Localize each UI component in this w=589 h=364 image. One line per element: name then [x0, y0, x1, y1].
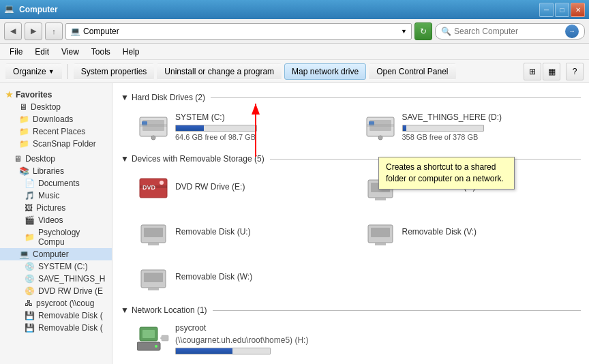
drive-d-free: 358 GB free of 378 GB — [402, 133, 579, 141]
sidebar-item-documents[interactable]: 📄 Documents — [0, 177, 112, 189]
drive-c-name: SYSTEM (C:) — [175, 112, 352, 122]
sidebar-item-computer[interactable]: 💻 Computer — [0, 248, 112, 260]
favorites-label: Favorites — [16, 90, 52, 100]
drive-d-name: SAVE_THINGS_HERE (D:) — [402, 112, 579, 122]
content-area: ★ Favorites 🖥 Desktop 📁 Downloads 📁 Rece… — [0, 83, 589, 364]
drive-d-item[interactable]: SAVE_THINGS_HERE (D:) 358 GB free of 378… — [361, 108, 582, 146]
sidebar: ★ Favorites 🖥 Desktop 📁 Downloads 📁 Rece… — [0, 83, 112, 364]
drive-c-free: 64.6 GB free of 98.7 GB — [175, 133, 352, 141]
sidebar-item-systemc[interactable]: 💿 SYSTEM (C:) — [0, 260, 112, 273]
network-expand-icon[interactable]: ▼ — [121, 305, 129, 315]
uninstall-button[interactable]: Uninstall or change a program — [157, 63, 282, 80]
svg-point-7 — [378, 136, 382, 140]
menu-file[interactable]: File — [4, 46, 28, 58]
removable-v-item[interactable]: Removable Disk (V:) — [361, 214, 582, 252]
psychcomp-label: Psychology Compu — [38, 228, 106, 247]
refresh-button[interactable]: ↻ — [414, 22, 432, 40]
harddisks-label: Hard Disk Drives (2) — [132, 93, 205, 102]
network-psycroot-bar — [176, 348, 232, 354]
svg-rect-25 — [148, 288, 159, 290]
recentplaces-label: Recent Places — [33, 127, 85, 136]
sidebar-desktop-section: 🖥 Desktop 📚 Libraries 📄 Documents 🎵 Musi… — [0, 153, 112, 334]
minimize-button[interactable]: ─ — [539, 3, 554, 17]
search-icon: 🔍 — [441, 27, 451, 36]
svg-rect-27 — [142, 330, 155, 338]
downloads-label: Downloads — [33, 115, 73, 124]
view-mode-button[interactable]: ▦ — [543, 63, 560, 80]
psycroot-label: psycroot (\\coug — [36, 299, 94, 308]
removable-w-item[interactable]: Removable Disk (W:) — [134, 259, 354, 297]
toolbar-separator-1 — [67, 64, 68, 79]
sidebar-item-psycroot[interactable]: 🖧 psycroot (\\coug — [0, 297, 112, 309]
sidebar-favorites-section: ★ Favorites 🖥 Desktop 📁 Downloads 📁 Rece… — [0, 89, 112, 150]
sidebar-item-dvdrom[interactable]: 📀 DVD RW Drive (E — [0, 285, 112, 297]
maximize-button[interactable]: □ — [555, 3, 569, 17]
pictures-label: Pictures — [36, 203, 65, 213]
forward-button[interactable]: ▶ — [25, 22, 42, 40]
sysprops-button[interactable]: System properties — [74, 63, 155, 80]
removable-dvd-item[interactable]: DVD DVD RW Drive (E:) — [134, 169, 354, 207]
window-controls: ─ □ ✕ — [539, 3, 585, 17]
svg-rect-9 — [367, 124, 394, 127]
drives-grid: SYSTEM (C:) 64.6 GB free of 98.7 GB — [134, 108, 581, 146]
view-change-button[interactable]: ⊞ — [524, 63, 541, 80]
controlpanel-button[interactable]: Open Control Panel — [369, 63, 455, 80]
network-psycroot-item[interactable]: psycroot (\\cougarnet.uh.edu\root\home5)… — [134, 320, 581, 359]
harddisks-expand-icon[interactable]: ▼ — [121, 93, 129, 102]
address-breadcrumb[interactable]: 💻 Computer ▼ — [65, 23, 412, 40]
menu-help[interactable]: Help — [117, 46, 145, 58]
sidebar-item-removable2[interactable]: 💾 Removable Disk ( — [0, 322, 112, 334]
sidebar-item-recentplaces[interactable]: 📁 Recent Places — [0, 125, 112, 138]
svg-point-2 — [151, 136, 155, 140]
network-psycroot-bar-container — [175, 348, 271, 354]
music-icon: 🎵 — [25, 191, 35, 200]
libraries-label: Libraries — [33, 166, 64, 176]
drive-c-item[interactable]: SYSTEM (C:) 64.6 GB free of 98.7 GB — [134, 108, 354, 146]
removable2-icon: 💾 — [25, 323, 35, 333]
scansnap-label: ScanSnap Folder — [33, 139, 96, 149]
sidebar-item-desktop2[interactable]: 🖥 Desktop — [0, 153, 112, 165]
back-button[interactable]: ◀ — [4, 22, 22, 40]
menu-bar: File Edit View Tools Help — [0, 44, 589, 60]
menu-edit[interactable]: Edit — [29, 46, 55, 58]
dvdrom-label: DVD RW Drive (E — [38, 286, 103, 296]
removable-u-item[interactable]: Removable Disk (U:) — [134, 214, 354, 252]
search-input[interactable] — [454, 27, 562, 36]
sidebar-item-music[interactable]: 🎵 Music — [0, 189, 112, 202]
sidebar-item-psychcomp[interactable]: 📁 Psychology Compu — [0, 226, 112, 248]
organize-button[interactable]: Organize ▼ — [5, 63, 62, 80]
removable-expand-icon[interactable]: ▼ — [121, 154, 129, 164]
removable-w-info: Removable Disk (W:) — [175, 272, 352, 284]
network-drive-icon — [137, 323, 170, 356]
computer-label: Computer — [33, 249, 69, 259]
svg-rect-18 — [144, 228, 163, 237]
sidebar-item-savethings[interactable]: 💿 SAVE_THINGS_H — [0, 273, 112, 285]
sidebar-item-removable1[interactable]: 💾 Removable Disk ( — [0, 309, 112, 322]
dvd-icon: DVD — [137, 172, 170, 204]
breadcrumb-dropdown[interactable]: ▼ — [401, 28, 407, 35]
sidebar-item-pictures[interactable]: 🖼 Pictures — [0, 202, 112, 214]
menu-view[interactable]: View — [56, 46, 85, 58]
mapnet-button[interactable]: Map network drive — [284, 63, 366, 80]
desktop-label: Desktop — [31, 102, 61, 112]
search-submit-button[interactable]: → — [565, 25, 579, 38]
menu-tools[interactable]: Tools — [86, 46, 116, 58]
svg-rect-16 — [375, 198, 386, 200]
sidebar-item-desktop[interactable]: 🖥 Desktop — [0, 101, 112, 113]
sidebar-item-downloads[interactable]: 📁 Downloads — [0, 113, 112, 125]
sidebar-item-libraries[interactable]: 📚 Libraries — [0, 165, 112, 177]
up-button[interactable]: ↑ — [45, 22, 63, 40]
breadcrumb-icon: 💻 — [70, 27, 80, 36]
desktop-icon: 🖥 — [19, 102, 27, 112]
removable-v-icon — [364, 217, 397, 249]
star-icon: ★ — [5, 90, 13, 100]
window-title: Computer — [19, 5, 539, 14]
removable1-label: Removable Disk ( — [38, 311, 103, 320]
sidebar-item-scansnap[interactable]: 📁 ScanSnap Folder — [0, 138, 112, 150]
close-button[interactable]: ✕ — [571, 3, 585, 17]
removable-u-name: Removable Disk (U:) — [175, 227, 352, 237]
svg-rect-22 — [375, 243, 386, 245]
sidebar-item-videos[interactable]: 🎬 Videos — [0, 214, 112, 226]
address-bar: ◀ ▶ ↑ 💻 Computer ▼ ↻ 🔍 → — [0, 19, 589, 44]
help-button[interactable]: ? — [566, 63, 584, 80]
